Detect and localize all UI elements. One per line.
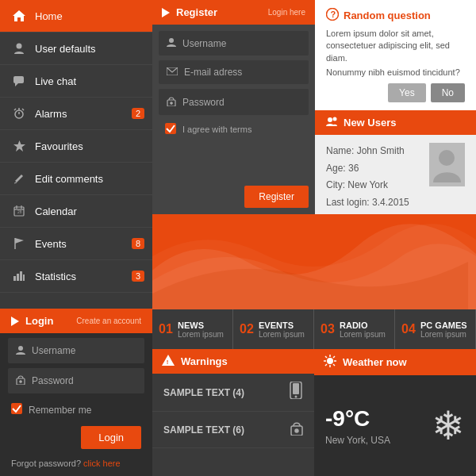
rq-question-text: Nonummy nibh euismod tincidunt?: [326, 67, 465, 77]
sidebar: Home User defaults Liv: [0, 0, 152, 476]
svg-point-34: [333, 117, 337, 121]
yes-button[interactable]: Yes: [388, 83, 426, 102]
warnings-title: Warnings: [181, 355, 228, 367]
create-account-link[interactable]: Create an account: [76, 317, 141, 325]
user-avatar: [429, 143, 465, 186]
sidebar-password-field[interactable]: Password: [8, 368, 144, 393]
sidebar-login-header: Login Create an account: [0, 309, 152, 333]
sidebar-item-live-chat[interactable]: Live chat: [0, 65, 152, 98]
svg-rect-1: [13, 76, 24, 83]
reg-username-placeholder: Username: [182, 38, 226, 49]
user-last-login: Last login: 3.4.2015: [326, 194, 429, 212]
reg-email-placeholder: E-mail adress: [184, 67, 242, 78]
svg-rect-19: [23, 274, 25, 281]
calendar-icon: 28: [11, 203, 27, 219]
svg-rect-39: [293, 383, 299, 394]
weather-location: New York, USA: [325, 435, 390, 446]
sidebar-item-events[interactable]: Events 8: [0, 228, 152, 260]
wave-panel: [152, 214, 476, 309]
remember-label: Remember me: [29, 405, 91, 416]
svg-line-49: [333, 364, 335, 366]
sidebar-item-edit-comments[interactable]: Edit comments: [0, 163, 152, 195]
new-users-body: Name: John Smith Age: 36 City: New York …: [315, 135, 476, 219]
register-password-field[interactable]: Password: [159, 89, 309, 115]
svg-point-40: [295, 396, 298, 398]
register-header-label: Register: [176, 6, 217, 18]
user-age: Age: 36: [326, 160, 429, 178]
news-tab-events[interactable]: 02 EVENTS Lorem ipsum: [233, 309, 314, 349]
register-play-icon: [162, 8, 170, 17]
alarms-badge: 2: [132, 108, 144, 119]
right-panels: ? Random question Lorem ipsum dolor sit …: [315, 0, 476, 214]
svg-marker-20: [11, 317, 19, 326]
tab-title-2: EVENTS: [259, 321, 305, 330]
register-btn-row: Register: [152, 181, 315, 214]
tab-title-1: NEWS: [178, 321, 224, 330]
login-button[interactable]: Login: [81, 426, 141, 449]
forgot-click-link[interactable]: click here: [83, 459, 120, 468]
no-button[interactable]: No: [431, 83, 465, 102]
weather-icon: [324, 355, 336, 370]
svg-text:28: 28: [17, 209, 22, 214]
remember-me-row: Remember me: [0, 398, 152, 421]
sidebar-item-label: Edit comments: [35, 173, 103, 185]
sidebar-item-label: Statistics: [35, 271, 76, 282]
svg-point-42: [295, 429, 298, 432]
warning-icon: !: [162, 355, 175, 368]
warning-item-1: SAMPLE TEXT (4): [152, 374, 314, 412]
sidebar-item-alarms[interactable]: Alarms 2: [0, 98, 152, 130]
news-tab-news[interactable]: 01 NEWS Lorem ipsum: [152, 309, 233, 349]
svg-line-50: [333, 356, 335, 358]
sidebar-item-user-defaults[interactable]: User defaults: [0, 33, 152, 65]
login-link[interactable]: Login here: [268, 8, 305, 17]
warnings-header: ! Warnings: [152, 349, 314, 374]
tab-sub-4: Lorem ipsum: [420, 330, 467, 339]
tab-num-1: 01: [159, 322, 173, 336]
new-users-icon: [326, 117, 337, 129]
forgot-password-row: Forgot password? click here: [0, 454, 152, 476]
sidebar-item-label: Home: [35, 10, 63, 22]
register-panel: Register Login here Username: [152, 0, 315, 214]
new-users-panel: New Users Name: John Smith Age: 36 City:…: [315, 110, 476, 219]
svg-rect-18: [20, 271, 22, 281]
weather-title: Weather now: [343, 356, 407, 368]
sidebar-item-calendar[interactable]: 28 Calendar: [0, 195, 152, 228]
svg-rect-16: [13, 276, 16, 281]
flag-icon: [11, 236, 27, 251]
register-header: Register Login here: [152, 0, 315, 25]
svg-text:?: ?: [331, 10, 336, 19]
new-users-header: New Users: [315, 110, 476, 135]
svg-marker-15: [15, 238, 24, 244]
sidebar-item-label: User defaults: [35, 43, 96, 55]
register-username-field[interactable]: Username: [159, 31, 309, 56]
svg-line-8: [14, 182, 17, 183]
svg-marker-25: [162, 8, 170, 17]
play-icon: [11, 317, 19, 326]
warning-item-2: SAMPLE TEXT (6): [152, 412, 314, 448]
user-city: City: New York: [326, 177, 429, 194]
svg-point-35: [439, 150, 455, 166]
login-header-label: Login: [25, 315, 53, 327]
svg-point-21: [18, 346, 23, 351]
reg-user-icon: [167, 37, 176, 49]
weather-panel: Weather now -9°C New York, USA ❄: [314, 349, 476, 476]
news-tab-pc-games[interactable]: 04 PC GAMES Lorem ipsum: [395, 309, 476, 349]
svg-line-5: [14, 109, 16, 110]
sidebar-item-label: Events: [35, 238, 67, 250]
email-icon: [167, 67, 178, 78]
events-badge: 8: [132, 238, 144, 249]
user-name: Name: John Smith: [326, 143, 429, 160]
sidebar-item-statistics[interactable]: Statistics 3: [0, 260, 152, 293]
register-email-field[interactable]: E-mail adress: [159, 60, 309, 84]
phone-icon: [289, 382, 303, 403]
news-tab-radio[interactable]: 03 RADIO Lorem ipsum: [314, 309, 395, 349]
sidebar-item-home[interactable]: Home: [0, 0, 152, 33]
sidebar-login-section: Login Create an account Username: [0, 309, 152, 476]
sidebar-username-field[interactable]: Username: [8, 338, 144, 363]
new-users-title: New Users: [344, 117, 396, 129]
statistics-badge: 3: [132, 271, 144, 282]
sidebar-item-favourites[interactable]: Favourites: [0, 130, 152, 163]
svg-line-6: [22, 109, 24, 110]
register-button[interactable]: Register: [244, 186, 309, 208]
svg-point-43: [327, 358, 333, 364]
